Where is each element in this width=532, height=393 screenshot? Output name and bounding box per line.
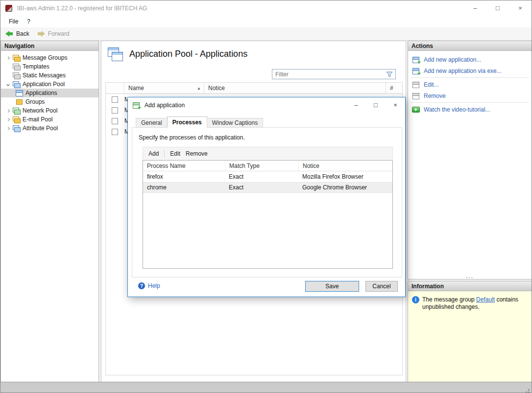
column-header-label: Notice <box>303 162 319 169</box>
dialog-close-button[interactable]: × <box>386 97 405 113</box>
sidebar-item-templates[interactable]: Templates <box>1 62 98 71</box>
window-controls: – □ × <box>464 0 532 16</box>
row-checkbox[interactable] <box>112 118 118 124</box>
action-label: Edit... <box>424 81 439 88</box>
dialog-maximize-button[interactable]: □ <box>366 97 386 113</box>
expand-chevron-icon[interactable] <box>4 54 11 61</box>
process-row-firefox[interactable]: firefox Exact Mozilla Firefox Browser <box>143 171 392 182</box>
toolbar-separator <box>164 150 165 158</box>
sidebar-item-label: Applications <box>25 90 57 96</box>
chevron-spacer <box>4 72 11 79</box>
column-header-label: # <box>390 85 393 92</box>
info-icon <box>412 296 419 303</box>
forward-button[interactable]: Forward <box>37 30 70 37</box>
column-header-count[interactable]: # <box>386 83 402 93</box>
add-application-dialog: Add application – □ × General Processes … <box>127 97 406 297</box>
edit-process-button[interactable]: Edit <box>170 150 180 157</box>
sidebar-item-label: E-mail Pool <box>23 116 52 123</box>
forward-label: Forward <box>48 30 70 37</box>
back-arrow-icon <box>5 31 13 37</box>
attribute-pool-icon <box>12 124 20 132</box>
collapse-chevron-icon[interactable] <box>4 81 11 88</box>
row-checkbox[interactable] <box>112 107 118 114</box>
row-checkbox[interactable] <box>112 129 118 135</box>
dialog-minimize-button[interactable]: – <box>346 97 366 113</box>
process-row-chrome[interactable]: chrome Exact Google Chrome Browser <box>143 182 392 193</box>
action-label: Add new application via exe... <box>424 68 502 74</box>
default-message-group-link[interactable]: Default <box>476 296 495 303</box>
cancel-button[interactable]: Cancel <box>365 281 398 292</box>
close-button[interactable]: × <box>509 0 532 16</box>
navigation-panel: Navigation Message Groups Templates Stat… <box>0 41 99 382</box>
edit-icon <box>412 81 420 89</box>
actions-panel: Actions Add new application... Add new a… <box>408 41 532 279</box>
column-header-label: Match Type <box>229 162 260 169</box>
sidebar-item-static-messages[interactable]: Static Messages <box>1 71 98 80</box>
application-pool-large-icon <box>108 47 122 61</box>
column-header-process-name[interactable]: Process Name <box>143 161 225 171</box>
action-watch-video-tutorial[interactable]: Watch the video-tutorial... <box>408 104 532 115</box>
sidebar-item-label: Message Groups <box>23 54 67 61</box>
information-body: The message group Default contains unpub… <box>408 291 532 382</box>
save-button[interactable]: Save <box>305 281 359 292</box>
back-button[interactable]: Back <box>5 30 29 37</box>
expand-chevron-icon[interactable] <box>4 125 11 132</box>
add-application-icon <box>412 56 420 64</box>
column-header-notice[interactable]: Notice <box>204 83 386 93</box>
processes-table: Process Name Match Type Notice firefox E… <box>143 160 393 269</box>
resize-grip[interactable] <box>528 389 530 391</box>
action-add-new-application[interactable]: Add new application... <box>408 54 532 65</box>
action-label: Watch the video-tutorial... <box>424 106 490 113</box>
sidebar-item-applications[interactable]: Applications <box>1 89 98 97</box>
static-messages-icon <box>12 71 20 79</box>
row-checkbox[interactable] <box>112 96 118 103</box>
sidebar-item-network-pool[interactable]: Network Pool <box>1 106 98 115</box>
action-label: Remove <box>424 92 446 99</box>
action-remove[interactable]: Remove <box>408 90 532 101</box>
sidebar-item-label: Groups <box>25 98 45 105</box>
remove-process-button[interactable]: Remove <box>186 150 208 157</box>
sidebar-item-email-pool[interactable]: E-mail Pool <box>1 115 98 124</box>
groups-icon <box>15 98 23 106</box>
sidebar-item-label: Application Pool <box>23 81 65 88</box>
add-application-dialog-icon <box>132 101 140 109</box>
tab-general[interactable]: General <box>136 118 168 128</box>
column-header-notice[interactable]: Notice <box>298 161 392 171</box>
filter-input[interactable] <box>272 71 386 78</box>
column-header-name[interactable]: Name ▲ <box>124 83 204 93</box>
process-name-cell: firefox <box>143 173 225 180</box>
sidebar-item-message-groups[interactable]: Message Groups <box>1 53 98 62</box>
action-add-new-application-via-exe[interactable]: Add new application via exe... <box>408 65 532 76</box>
menu-help[interactable]: ? <box>23 17 35 26</box>
sidebar-item-application-pool[interactable]: Application Pool <box>1 80 98 89</box>
tab-processes[interactable]: Processes <box>167 116 207 128</box>
action-edit[interactable]: Edit... <box>408 79 532 90</box>
minimize-button[interactable]: – <box>464 0 486 16</box>
information-panel-header: Information <box>408 281 532 291</box>
help-link[interactable]: Help <box>138 282 160 289</box>
match-type-cell: Exact <box>225 184 298 191</box>
dialog-titlebar: Add application – □ × <box>128 97 405 113</box>
navigation-tree: Message Groups Templates Static Messages… <box>1 51 98 133</box>
sidebar-item-label: Templates <box>23 63 49 70</box>
templates-icon <box>12 63 20 70</box>
menu-file[interactable]: File <box>4 17 23 26</box>
dialog-tabs: General Processes Window Captions <box>136 116 263 128</box>
header-checkbox-column <box>106 83 124 93</box>
expand-chevron-icon[interactable] <box>4 116 11 123</box>
dialog-title: Add application <box>145 102 185 109</box>
sidebar-item-attribute-pool[interactable]: Attribute Pool <box>1 124 98 133</box>
sidebar-item-groups[interactable]: Groups <box>1 97 98 106</box>
maximize-button[interactable]: □ <box>486 0 509 16</box>
add-process-button[interactable]: Add <box>148 150 159 157</box>
information-panel: Information The message group Default co… <box>408 281 532 382</box>
tab-window-captions[interactable]: Window Captions <box>207 118 263 128</box>
filter-funnel-icon[interactable] <box>386 71 393 77</box>
processes-table-header: Process Name Match Type Notice <box>143 161 392 171</box>
expand-chevron-icon[interactable] <box>4 107 11 114</box>
panel-splitter-handle[interactable]: ... <box>408 273 532 279</box>
actions-separator <box>411 77 529 78</box>
column-header-match-type[interactable]: Match Type <box>225 161 298 171</box>
processes-toolbar: Add Edit Remove <box>143 147 393 161</box>
window-titlebar: IBI-aws Admin 1.22.0 - registered for IB… <box>0 0 532 16</box>
